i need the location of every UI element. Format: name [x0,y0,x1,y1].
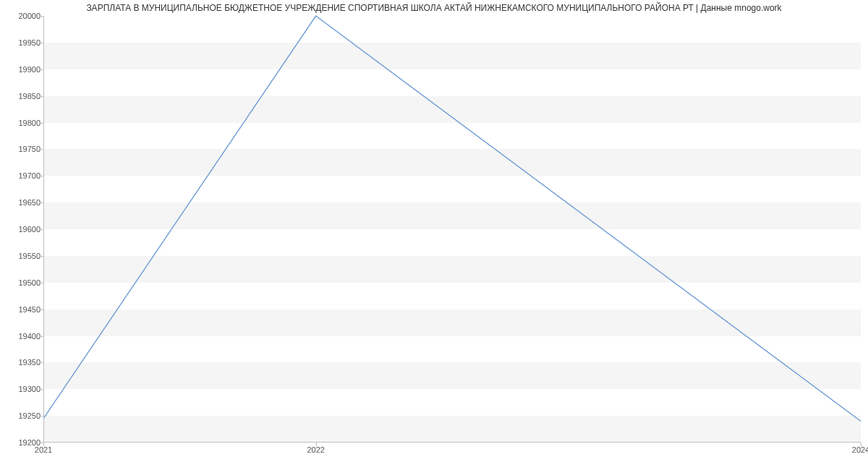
series-line [43,16,861,422]
chart-container: ЗАРПЛАТА В МУНИЦИПАЛЬНОЕ БЮДЖЕТНОЕ УЧРЕЖ… [0,0,868,470]
y-tick-mark [39,96,43,97]
y-axis-line [43,16,44,443]
x-axis-line [43,442,861,443]
y-tick-label: 19950 [18,38,41,47]
y-tick-label: 19300 [18,385,41,393]
y-tick-mark [39,283,43,283]
y-tick-mark [39,362,43,363]
y-tick-mark [39,229,43,230]
y-tick-label: 19250 [18,411,41,420]
y-tick-mark [39,43,43,43]
y-tick-mark [39,336,43,337]
y-tick-label: 19450 [18,305,41,314]
y-tick-mark [39,16,43,17]
y-tick-label: 19850 [18,92,41,101]
y-tick-label: 19500 [18,278,41,287]
line-layer [43,16,861,443]
y-tick-label: 19700 [18,171,41,180]
y-tick-mark [39,176,43,176]
y-tick-label: 20000 [18,12,41,20]
y-tick-label: 19400 [18,332,41,341]
y-tick-mark [39,416,43,416]
plot-area [43,16,861,443]
x-tick-mark [861,443,861,447]
y-tick-label: 19900 [18,65,41,74]
y-tick-mark [39,389,43,390]
y-tick-mark [39,69,43,70]
y-tick-label: 19350 [18,358,41,367]
x-tick-label: 2024 [852,445,868,454]
y-tick-mark [39,123,43,124]
y-tick-mark [39,149,43,150]
y-tick-label: 19650 [18,198,41,207]
y-tick-mark [39,309,43,310]
x-tick-mark [316,443,317,447]
y-tick-mark [39,202,43,203]
y-tick-label: 19600 [18,225,41,234]
y-tick-label: 19750 [18,145,41,153]
y-tick-label: 19550 [18,252,41,260]
x-tick-mark [43,443,44,447]
chart-title: ЗАРПЛАТА В МУНИЦИПАЛЬНОЕ БЮДЖЕТНОЕ УЧРЕЖ… [0,3,868,13]
y-tick-label: 19800 [18,119,41,127]
y-tick-mark [39,256,43,257]
